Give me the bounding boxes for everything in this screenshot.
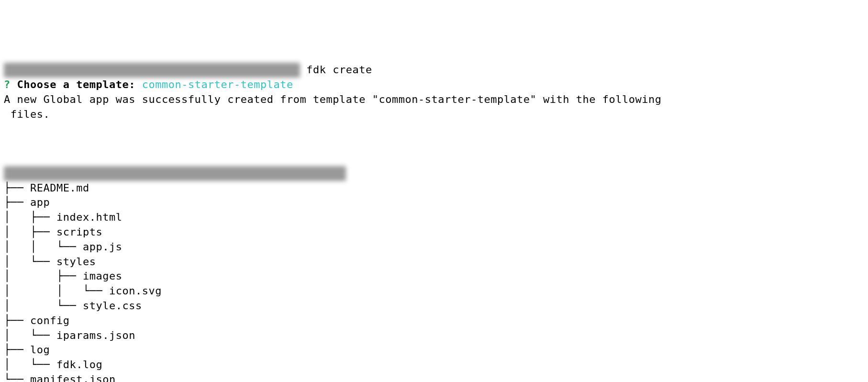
tree-line: │ │ └── app.js <box>4 240 864 255</box>
question-mark-icon: ? <box>4 79 11 90</box>
blank-line <box>4 136 864 151</box>
redacted-path: ████████████████████████████████████████… <box>4 63 300 78</box>
command-text: fdk create <box>306 64 372 76</box>
tree-line: └── manifest.json <box>4 372 864 382</box>
tree-line: ├── log <box>4 343 864 358</box>
tree-line: │ ├── images <box>4 269 864 284</box>
prompt-value: common-starter-template <box>142 79 293 90</box>
tree-line: ├── app <box>4 195 864 210</box>
prompt-line: ? Choose a template: common-starter-temp… <box>4 78 864 92</box>
tree-line: │ └── styles <box>4 255 864 270</box>
tree-line: │ └── iparams.json <box>4 328 864 343</box>
tree-line: │ └── fdk.log <box>4 358 864 372</box>
prompt-label: Choose a template: <box>17 79 135 90</box>
tree-line: │ └── style.css <box>4 299 864 314</box>
redacted-root-path: ████████████████████████████████████████… <box>4 166 346 181</box>
tree-line: │ ├── index.html <box>4 210 864 225</box>
tree-line: │ ├── scripts <box>4 225 864 240</box>
tree-line: ├── README.md <box>4 181 864 196</box>
command-line: ████████████████████████████████████████… <box>4 63 864 78</box>
tree-root: ████████████████████████████████████████… <box>4 166 864 181</box>
tree-line: ├── config <box>4 314 864 328</box>
success-message: A new Global app was successfully create… <box>4 92 864 122</box>
tree-line: │ │ └── icon.svg <box>4 284 864 299</box>
